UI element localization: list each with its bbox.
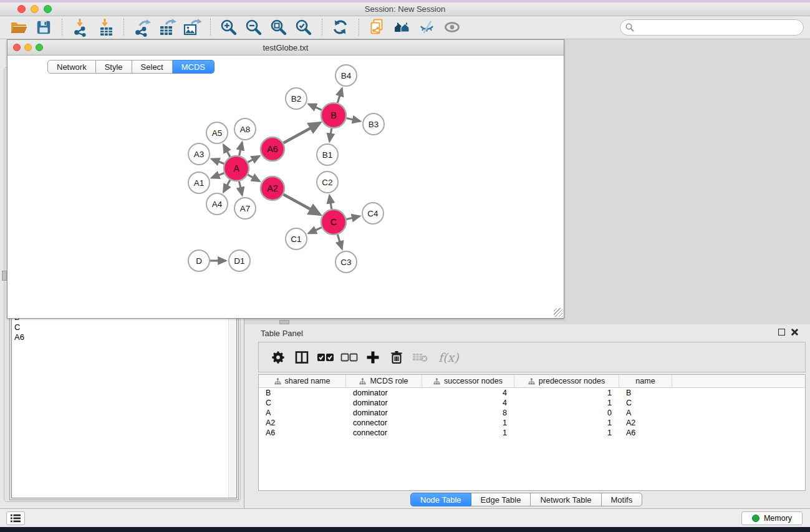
edge-A-A4[interactable] xyxy=(224,180,230,191)
edge-A-A1[interactable] xyxy=(212,173,224,178)
control-panel-tabs: Network Style Select MCDS xyxy=(47,60,215,74)
resize-grip[interactable] xyxy=(554,308,562,317)
edge-C-C4[interactable] xyxy=(346,216,359,220)
column-label: successor nodes xyxy=(444,377,503,385)
table-cell: 0 xyxy=(514,409,619,417)
table-cell: connector xyxy=(346,418,422,427)
edge-A-A8[interactable] xyxy=(239,142,243,155)
edge-B-B4[interactable] xyxy=(337,89,342,103)
divider-grip-left[interactable] xyxy=(2,271,7,281)
edge-C-C2[interactable] xyxy=(329,196,331,210)
zoom-in-button[interactable] xyxy=(218,17,239,37)
edge-A-A7[interactable] xyxy=(239,181,242,195)
network-canvas-svg[interactable]: AA1A2A3A4A5A6A7A8BB1B2B3B4CC1C2C3C4DD1 xyxy=(7,56,564,318)
tab-mcds[interactable]: MCDS xyxy=(173,60,215,74)
import-table-button[interactable] xyxy=(95,17,116,37)
show-columns-button[interactable] xyxy=(292,348,311,367)
node-label-C3: C3 xyxy=(340,258,351,267)
export-network-button[interactable] xyxy=(132,17,153,37)
tab-network-table[interactable]: Network Table xyxy=(531,493,601,506)
clone-network-icon xyxy=(368,18,387,37)
mcds-result-list[interactable]: A2ABCA6 xyxy=(11,292,237,498)
zoom-fit-button[interactable] xyxy=(268,17,289,37)
table-cell: C xyxy=(259,399,346,407)
column-header-name[interactable]: name xyxy=(619,375,672,387)
table-cell: A6 xyxy=(619,428,672,437)
edge-A2-C[interactable] xyxy=(284,195,321,215)
table-row[interactable]: A2connector11A2 xyxy=(259,418,805,428)
show-log-button[interactable] xyxy=(6,511,25,525)
table-settings-button[interactable] xyxy=(269,348,287,367)
import-table-icon xyxy=(96,18,115,37)
result-item[interactable]: C xyxy=(12,322,236,332)
zoom-out-button[interactable] xyxy=(243,17,264,37)
table-cell: A xyxy=(619,409,672,417)
tab-edge-table[interactable]: Edge Table xyxy=(471,493,531,506)
edge-A-A5[interactable] xyxy=(224,145,230,157)
table-cell: 4 xyxy=(422,389,514,397)
node-label-B2: B2 xyxy=(291,94,302,104)
result-scrollbar[interactable] xyxy=(228,293,236,498)
edge-B-B2[interactable] xyxy=(309,104,322,110)
column-header-shared-name[interactable]: shared name xyxy=(259,375,346,387)
tab-motifs[interactable]: Motifs xyxy=(602,493,643,506)
open-session-button[interactable] xyxy=(8,17,29,37)
edge-C-C1[interactable] xyxy=(309,228,322,233)
table-row[interactable]: Cdominator41C xyxy=(259,398,805,408)
hide-graphics-details-button[interactable] xyxy=(417,17,438,37)
refresh-button[interactable] xyxy=(330,17,351,37)
network-window-titlebar[interactable]: testGlobe.txt xyxy=(7,40,564,56)
ndex-home-button[interactable] xyxy=(392,17,413,37)
table-rows: Bdominator41BCdominator41CAdominator80AA… xyxy=(259,388,805,438)
clone-network-button[interactable] xyxy=(367,17,388,37)
divider-grip-bottom[interactable] xyxy=(279,320,289,324)
zoom-selected-button[interactable] xyxy=(293,17,314,37)
tab-node-table[interactable]: Node Table xyxy=(410,493,471,506)
table-row[interactable]: Adominator80A xyxy=(259,408,805,418)
close-table-panel-icon[interactable] xyxy=(791,329,798,336)
tab-select[interactable]: Select xyxy=(132,60,173,74)
edge-C-C3[interactable] xyxy=(337,235,342,249)
float-table-panel-icon[interactable] xyxy=(778,329,785,336)
delete-column-button[interactable] xyxy=(411,348,430,367)
export-image-button[interactable] xyxy=(181,17,203,37)
search-input[interactable] xyxy=(620,19,804,36)
save-session-button[interactable] xyxy=(33,17,54,37)
delete-rows-button[interactable] xyxy=(387,348,406,367)
table-row[interactable]: A6connector11A6 xyxy=(259,428,805,438)
table-panel-tabs: Node Table Edge Table Network Table Moti… xyxy=(410,493,642,506)
memory-status-icon xyxy=(752,515,759,522)
edge-A-A6[interactable] xyxy=(248,156,259,162)
show-graphics-details-button[interactable] xyxy=(441,17,463,37)
table-cell: 8 xyxy=(422,409,514,417)
network-view-window: testGlobe.txt AA1A2A3A4A5A6A7A8BB1B2B3B4… xyxy=(7,39,564,319)
toolbar-separator xyxy=(62,19,62,36)
column-header-predecessor-nodes[interactable]: predecessor nodes xyxy=(514,375,619,387)
edge-A-A3[interactable] xyxy=(212,159,224,164)
edge-B-B3[interactable] xyxy=(347,118,360,121)
tree-icon xyxy=(274,378,281,385)
tab-style[interactable]: Style xyxy=(96,60,132,74)
column-header-successor-nodes[interactable]: successor nodes xyxy=(422,375,514,387)
edge-A-A2[interactable] xyxy=(248,175,259,181)
add-column-button[interactable] xyxy=(364,348,382,367)
import-network-button[interactable] xyxy=(70,17,91,37)
zoom-selected-icon xyxy=(294,18,313,37)
edge-A6-B[interactable] xyxy=(284,123,321,143)
column-label: name xyxy=(635,377,655,385)
delete-column-icon xyxy=(412,351,428,364)
deselect-all-button[interactable] xyxy=(340,348,359,367)
column-header-mcds-role[interactable]: MCDS role xyxy=(346,375,422,387)
table-row[interactable]: Bdominator41B xyxy=(259,388,805,398)
result-item[interactable]: A6 xyxy=(12,332,236,342)
table-cell: 1 xyxy=(514,418,619,427)
tab-network[interactable]: Network xyxy=(47,60,96,74)
function-builder-button[interactable]: f(x) xyxy=(438,351,459,364)
export-table-button[interactable] xyxy=(157,17,178,37)
edge-B-B1[interactable] xyxy=(329,128,331,142)
toolbar-separator xyxy=(210,19,211,36)
select-all-icon xyxy=(316,351,335,364)
select-all-button[interactable] xyxy=(316,348,335,367)
table-cell: dominator xyxy=(346,399,422,407)
memory-button[interactable]: Memory xyxy=(741,511,803,525)
